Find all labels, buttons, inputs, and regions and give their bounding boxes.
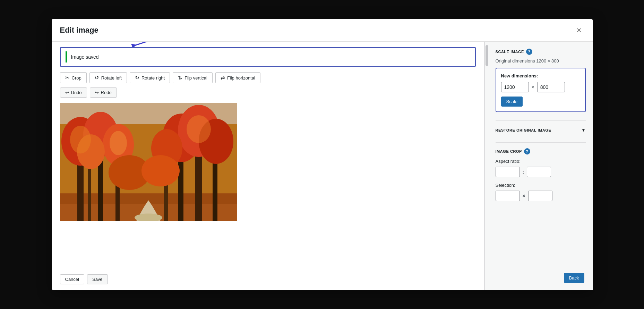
modal-header: Edit image ×: [52, 19, 593, 42]
original-dimensions: Original dimensions 1200 × 800: [496, 58, 586, 64]
toolbar: ✂ Crop ↺ Rotate left ↻ Rotate right ⇅ Fl…: [60, 72, 476, 83]
image-crop-section: IMAGE CROP ? Aspect ratio: : Selection: …: [496, 148, 586, 201]
new-dimensions-label: New dimensions:: [501, 73, 580, 78]
selection-width-input[interactable]: [496, 191, 520, 201]
crop-icon: ✂: [65, 75, 70, 81]
image-container: [60, 103, 476, 269]
height-input[interactable]: [537, 82, 565, 92]
scale-help-icon[interactable]: ?: [526, 49, 532, 55]
aspect-ratio-width-input[interactable]: [496, 167, 520, 177]
sidebar: SCALE IMAGE ? Original dimensions 1200 ×…: [489, 42, 593, 290]
restore-row[interactable]: RESTORE ORIGINAL IMAGE ▼: [496, 126, 586, 134]
flip-vertical-button[interactable]: ⇅ Flip vertical: [173, 72, 213, 83]
scale-section-title: SCALE IMAGE ?: [496, 49, 586, 55]
notification-green-bar: [66, 51, 67, 62]
selection-height-input[interactable]: [528, 191, 552, 201]
svg-point-28: [110, 131, 127, 155]
svg-point-27: [187, 115, 211, 143]
aspect-ratio-label: Aspect ratio:: [496, 159, 586, 164]
rotate-right-icon: ↻: [135, 75, 139, 81]
bottom-row: Cancel Save: [60, 269, 476, 284]
save-button[interactable]: Save: [87, 274, 108, 284]
cancel-button[interactable]: Cancel: [60, 274, 84, 284]
svg-point-26: [70, 126, 91, 153]
scale-image-section: SCALE IMAGE ? Original dimensions 1200 ×…: [496, 49, 586, 112]
rotate-left-button[interactable]: ↺ Rotate left: [89, 72, 127, 83]
image-crop-title: IMAGE CROP ?: [496, 148, 586, 154]
selection-separator: ×: [523, 193, 525, 199]
dimensions-row: ×: [501, 82, 580, 92]
scale-dimensions-box: New dimensions: × Scale: [496, 68, 586, 112]
back-button-container: Back: [564, 273, 584, 283]
aspect-ratio-row: :: [496, 167, 586, 177]
back-button[interactable]: Back: [564, 273, 584, 283]
actions-row: ↩ Undo ↪ Redo: [60, 87, 476, 98]
flip-horizontal-button[interactable]: ⇄ Flip horizontal: [215, 72, 260, 83]
crop-button[interactable]: ✂ Crop: [60, 72, 87, 83]
svg-point-25: [141, 155, 180, 186]
redo-button[interactable]: ↪ Redo: [90, 87, 117, 98]
scale-button[interactable]: Scale: [501, 97, 523, 107]
notification-text: Image saved: [71, 54, 99, 60]
flip-vertical-icon: ⇅: [178, 75, 182, 81]
modal-body: Image saved ✂ Crop ↺ Rotate left ↻: [52, 42, 593, 290]
svg-line-0: [135, 42, 183, 45]
restore-title: RESTORE ORIGINAL IMAGE: [496, 128, 551, 132]
chevron-down-icon: ▼: [582, 128, 586, 133]
redo-icon: ↪: [95, 90, 99, 95]
selection-label: Selection:: [496, 183, 586, 188]
divider-1: [496, 120, 586, 121]
rotate-right-button[interactable]: ↻ Rotate right: [130, 72, 170, 83]
dimension-separator: ×: [532, 84, 534, 90]
modal-overlay: Edit image × Image saved: [0, 0, 644, 309]
divider-2: [496, 142, 586, 143]
modal-title: Edit image: [60, 26, 98, 35]
edit-image-modal: Edit image × Image saved: [52, 19, 593, 290]
modal-close-button[interactable]: ×: [574, 25, 584, 36]
rotate-left-icon: ↺: [95, 75, 99, 81]
restore-section: RESTORE ORIGINAL IMAGE ▼: [496, 126, 586, 134]
undo-button[interactable]: ↩ Undo: [60, 87, 87, 98]
scroll-track[interactable]: [484, 42, 489, 290]
aspect-ratio-height-input[interactable]: [527, 167, 551, 177]
undo-icon: ↩: [65, 90, 69, 95]
selection-row: ×: [496, 191, 586, 201]
width-input[interactable]: [501, 82, 529, 92]
scroll-thumb[interactable]: [486, 45, 488, 66]
notification-bar: Image saved: [60, 47, 476, 67]
flip-horizontal-icon: ⇄: [221, 75, 225, 81]
preview-image: [60, 103, 237, 221]
aspect-ratio-separator: :: [523, 169, 524, 175]
main-panel: Image saved ✂ Crop ↺ Rotate left ↻: [52, 42, 484, 290]
crop-help-icon[interactable]: ?: [524, 148, 530, 154]
